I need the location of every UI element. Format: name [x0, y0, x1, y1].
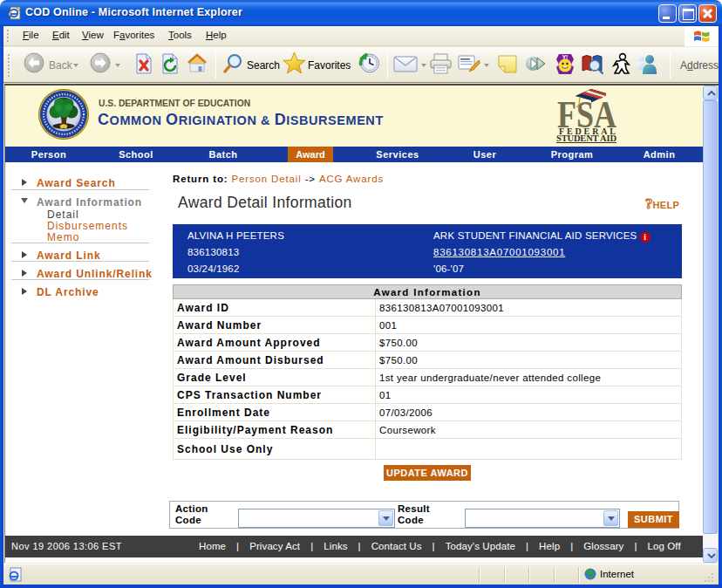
svg-text:STUDENT AID: STUDENT AID	[556, 133, 616, 143]
svg-text:Y!: Y!	[562, 54, 569, 60]
